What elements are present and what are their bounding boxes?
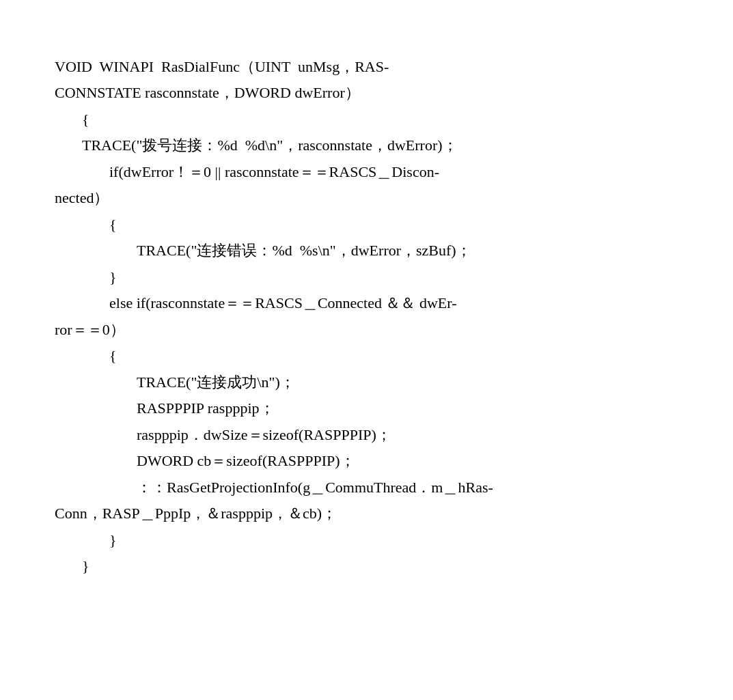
code-line: DWORD cb＝sizeof(RASPPPIP)； [55, 448, 699, 475]
code-line: { [55, 343, 699, 369]
code-line: TRACE("连接错误：%d %s\n"，dwError，szBuf)； [55, 238, 699, 264]
code-line: { [55, 107, 699, 133]
code-line: { [55, 212, 699, 238]
code-line: CONNSTATE rasconnstate，DWORD dwError） [55, 80, 699, 107]
code-line: } [55, 264, 699, 291]
code-line: RASPPPIP raspppip； [55, 395, 699, 422]
code-line: ：：RasGetProjectionInfo(g＿CommuThread．m＿h… [55, 475, 699, 501]
code-line: } [55, 527, 699, 554]
code-line: VOID WINAPI RasDialFunc（UINT unMsg，RAS- [55, 54, 699, 81]
code-line: if(dwError！＝0 || rasconnstate＝＝RASCS＿Dis… [55, 159, 699, 186]
code-line: Conn，RASP＿PppIp，＆raspppip，＆cb)； [55, 501, 699, 527]
code-line: TRACE("拨号连接：%d %d\n"，rasconnstate，dwErro… [55, 132, 699, 159]
code-line: else if(rasconnstate＝＝RASCS＿Connected ＆＆… [55, 290, 699, 317]
code-line: } [55, 553, 699, 580]
code-line: nected） [55, 185, 699, 212]
code-line: ror＝＝0） [55, 317, 699, 344]
code-block: VOID WINAPI RasDialFunc（UINT unMsg，RAS-C… [55, 27, 699, 580]
code-line: TRACE("连接成功\n")； [55, 369, 699, 396]
code-line: raspppip．dwSize＝sizeof(RASPPPIP)； [55, 422, 699, 449]
